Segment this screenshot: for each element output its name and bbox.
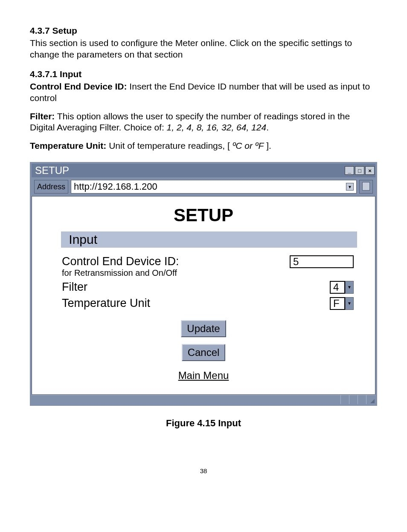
label-bold: Filter: bbox=[30, 111, 55, 121]
chevron-down-icon[interactable]: ▼ bbox=[345, 281, 354, 294]
close-button[interactable]: × bbox=[365, 166, 375, 175]
page-title: SETUP bbox=[53, 205, 354, 226]
row-filter: Filter 4 ▼ bbox=[62, 281, 354, 294]
address-bar: Address http://192.168.1.200 ▼ bbox=[32, 177, 375, 196]
chevron-down-icon[interactable]: ▼ bbox=[345, 297, 354, 310]
row-temperature-unit: Temperature Unit F ▼ bbox=[62, 297, 354, 310]
titlebar: SETUP _ □ × bbox=[32, 164, 375, 177]
setup-window: SETUP _ □ × Address http://192.168.1.200… bbox=[30, 162, 377, 406]
select-filter-value[interactable]: 4 bbox=[330, 281, 345, 294]
address-field[interactable]: http://192.168.1.200 ▼ bbox=[71, 180, 357, 194]
text: . bbox=[266, 122, 269, 132]
section-heading: 4.3.7 Setup bbox=[30, 26, 377, 36]
button-stack: Update Cancel Main Menu bbox=[53, 320, 354, 382]
row-control-end-device-id: Control End Device ID: for Retransmissio… bbox=[62, 255, 354, 278]
text: Unit of temperature readings, [ bbox=[106, 141, 232, 150]
subsection-heading: 4.3.7.1 Input bbox=[30, 69, 377, 79]
paragraph: This section is used to configure the Me… bbox=[30, 38, 377, 61]
figure-caption: Figure 4.15 Input bbox=[30, 418, 377, 429]
paragraph-filter: Filter: This option allows the user to s… bbox=[30, 111, 377, 134]
label-filter: Filter bbox=[62, 281, 330, 294]
address-dropdown-icon[interactable]: ▼ bbox=[346, 183, 354, 191]
window-controls: _ □ × bbox=[345, 166, 375, 175]
label-bold: Temperature Unit: bbox=[30, 141, 106, 150]
update-button[interactable]: Update bbox=[181, 320, 226, 337]
window-title: SETUP bbox=[35, 165, 69, 176]
label-temperature-unit: Temperature Unit bbox=[62, 297, 330, 310]
resize-grip-icon[interactable] bbox=[366, 395, 375, 404]
main-menu-link[interactable]: Main Menu bbox=[178, 370, 229, 382]
status-bar bbox=[32, 395, 375, 404]
page-number: 38 bbox=[30, 467, 377, 474]
address-url: http://192.168.1.200 bbox=[74, 181, 157, 192]
address-label: Address bbox=[34, 180, 68, 194]
label-control-end-device-id: Control End Device ID: for Retransmissio… bbox=[62, 255, 290, 278]
cancel-button[interactable]: Cancel bbox=[182, 344, 226, 361]
paragraph-control-end-device: Control End Device ID: Insert the End De… bbox=[30, 81, 377, 104]
paragraph-temperature-unit: Temperature Unit: Unit of temperature re… bbox=[30, 140, 377, 152]
maximize-button[interactable]: □ bbox=[355, 166, 364, 175]
input-section-header: Input bbox=[61, 231, 357, 248]
text: ]. bbox=[264, 141, 271, 150]
text-italic: 1, 2, 4, 8, 16, 32, 64, 124 bbox=[167, 122, 267, 132]
input-control-end-device-id[interactable]: 5 bbox=[290, 255, 354, 268]
select-temperature-unit-value[interactable]: F bbox=[330, 297, 345, 310]
content-area: SETUP Input Control End Device ID: for R… bbox=[32, 196, 375, 395]
text-italic: ºC or ºF bbox=[233, 141, 264, 150]
label-bold: Control End Device ID: bbox=[30, 81, 127, 91]
label-sub: for Retransmission and On/Off bbox=[62, 268, 290, 278]
go-button[interactable] bbox=[359, 180, 373, 194]
minimize-button[interactable]: _ bbox=[345, 166, 354, 175]
